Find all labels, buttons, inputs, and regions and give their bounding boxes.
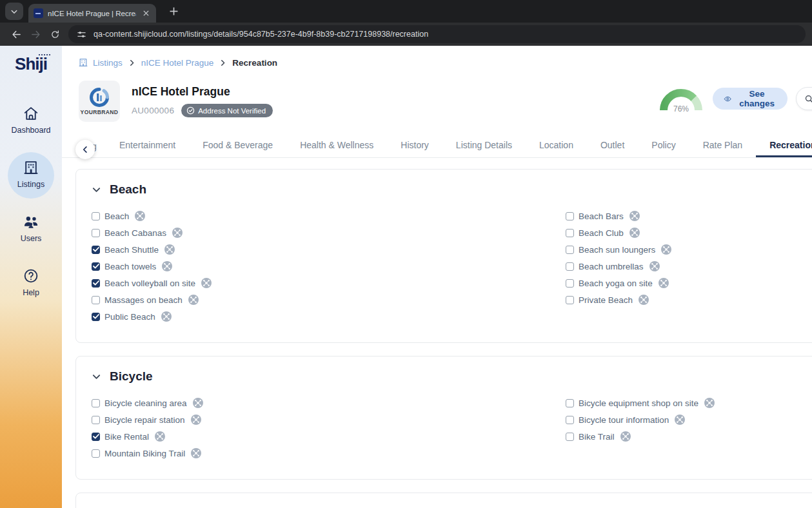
tab-policy[interactable]: Policy: [638, 140, 689, 157]
tab-recreation[interactable]: Recreation: [756, 140, 812, 157]
amenity-label: Public Beach: [104, 312, 155, 322]
listing-search[interactable]: [796, 87, 812, 110]
amenity-row: Beach Bars: [566, 208, 812, 224]
mapping-icon: [162, 261, 172, 271]
forward-button[interactable]: [26, 24, 45, 44]
amenity-checkbox[interactable]: [92, 399, 100, 407]
sections: BeachBeachBeach CabanasBeach ShuttleBeac…: [75, 169, 812, 508]
breadcrumb-listings-link[interactable]: Listings: [78, 57, 123, 68]
mapping-icon: [164, 244, 175, 255]
tab-location[interactable]: Location: [526, 140, 587, 157]
amenity-checkbox[interactable]: [92, 449, 100, 458]
tab-listing-details[interactable]: Listing Details: [442, 140, 526, 157]
mapping-icon: [155, 431, 165, 442]
amenity-row: Public Beach: [92, 308, 566, 325]
shiji-logo-text: Shiji: [15, 54, 47, 73]
back-button[interactable]: [6, 24, 26, 44]
section-title: Bicycle: [110, 369, 153, 384]
mapping-icon: [649, 261, 660, 271]
mapping-icon: [201, 278, 212, 288]
mapping-icon: [161, 311, 172, 322]
brand-logo: YOURBRAND: [79, 81, 120, 122]
amenity-checkbox[interactable]: [92, 296, 100, 304]
url-text: qa-content.shijicloud.com/listings/detai…: [94, 30, 428, 39]
section-header-beach[interactable]: Beach: [92, 182, 812, 197]
sidebar-item-help[interactable]: Help: [0, 262, 62, 302]
help-icon: [23, 268, 39, 284]
amenity-row: Beach sun loungers: [566, 241, 812, 258]
amenity-checkbox[interactable]: [566, 246, 574, 254]
amenity-row: Bicycle tour information: [566, 411, 812, 428]
mapping-icon: [675, 415, 685, 425]
amenity-checkbox[interactable]: [92, 313, 100, 321]
browser-chrome: nICE Hotel Prague | Recreation qa-conten…: [0, 0, 812, 46]
breadcrumb-hotel-link[interactable]: nICE Hotel Prague: [141, 58, 214, 68]
section-header-bicycle[interactable]: Bicycle: [92, 369, 812, 384]
tab-rate-plan[interactable]: Rate Plan: [689, 140, 756, 157]
sidebar-item-listings[interactable]: Listings: [0, 154, 62, 194]
brand-name: YOURBRAND: [81, 109, 119, 115]
amenity-row: Bicycle repair station: [92, 411, 566, 428]
address-status-badge: Address Not Verified: [181, 104, 273, 117]
browser-tab[interactable]: nICE Hotel Prague | Recreation: [28, 4, 156, 23]
amenities-column-right: Beach BarsBeach ClubBeach sun loungersBe…: [566, 208, 812, 325]
amenity-checkbox[interactable]: [92, 279, 100, 288]
hotel-title: nICE Hotel Prague: [132, 85, 273, 99]
tab-close-icon[interactable]: [141, 8, 151, 19]
logo-dots-icon: [38, 54, 52, 56]
amenity-row: Beach towels: [92, 258, 566, 275]
new-tab-button[interactable]: [165, 3, 182, 20]
amenity-checkbox[interactable]: [566, 212, 574, 220]
hotel-code: AU000006: [132, 106, 174, 115]
sidebar-item-dashboard[interactable]: Dashboard: [0, 100, 62, 140]
amenity-checkbox[interactable]: [92, 246, 100, 254]
building-icon: [23, 159, 39, 176]
tab-entertainment[interactable]: Entertainment: [106, 140, 189, 157]
tab-outlet[interactable]: Outlet: [587, 140, 638, 157]
mapping-icon: [704, 398, 715, 408]
see-changes-label: See changes: [737, 89, 776, 108]
amenities-column-right: Bicycle equipment shop on siteBicycle to…: [566, 395, 812, 462]
tab-history[interactable]: History: [387, 140, 442, 157]
section-header-golf[interactable]: Golf: [92, 505, 812, 508]
browser-toolbar: qa-content.shijicloud.com/listings/detai…: [0, 23, 812, 46]
tab-health-wellness[interactable]: Health & Wellness: [286, 140, 387, 157]
amenity-label: Bike Trail: [579, 432, 615, 442]
home-icon: [23, 105, 39, 122]
amenity-label: Mountain Biking Trail: [104, 449, 185, 458]
amenity-checkbox[interactable]: [566, 262, 574, 271]
chevron-left-icon: [81, 146, 89, 153]
tab-search-button[interactable]: [5, 3, 23, 20]
amenity-checkbox[interactable]: [566, 399, 574, 407]
amenity-checkbox[interactable]: [92, 229, 100, 237]
shiji-logo[interactable]: Shiji: [15, 54, 47, 74]
amenity-checkbox[interactable]: [92, 416, 100, 424]
amenity-label: Beach sun loungers: [579, 245, 655, 255]
amenity-row: Mountain Biking Trail: [92, 445, 566, 462]
completeness-gauge: 76%: [658, 83, 704, 114]
amenity-checkbox[interactable]: [566, 296, 574, 304]
breadcrumb-current: Recreation: [232, 58, 277, 68]
amenity-label: Beach towels: [104, 262, 156, 271]
sidebar-item-users[interactable]: Users: [0, 208, 62, 248]
url-bar[interactable]: qa-content.shijicloud.com/listings/detai…: [68, 25, 806, 43]
amenity-label: Beach volleyball on site: [104, 278, 195, 288]
amenity-row: Massages on beach: [92, 291, 566, 308]
amenity-label: Bicycle cleaning area: [104, 398, 187, 408]
reload-button[interactable]: [45, 24, 64, 44]
amenity-checkbox[interactable]: [566, 229, 574, 237]
completeness-value: 76%: [673, 104, 689, 113]
amenity-checkbox[interactable]: [92, 212, 100, 220]
tab-food-beverage[interactable]: Food & Beverage: [189, 140, 286, 157]
amenity-checkbox[interactable]: [92, 433, 100, 441]
amenity-checkbox[interactable]: [566, 279, 574, 288]
tabs-scroll-left-button[interactable]: [75, 140, 95, 159]
sidebar-item-label: Help: [23, 288, 39, 297]
mapping-icon: [191, 448, 201, 458]
amenity-checkbox[interactable]: [566, 433, 574, 441]
see-changes-button[interactable]: See changes: [713, 88, 787, 110]
amenity-checkbox[interactable]: [566, 416, 574, 424]
breadcrumb-label: nICE Hotel Prague: [141, 58, 214, 68]
amenities-column-left: BeachBeach CabanasBeach ShuttleBeach tow…: [92, 208, 566, 325]
amenity-checkbox[interactable]: [92, 262, 100, 271]
